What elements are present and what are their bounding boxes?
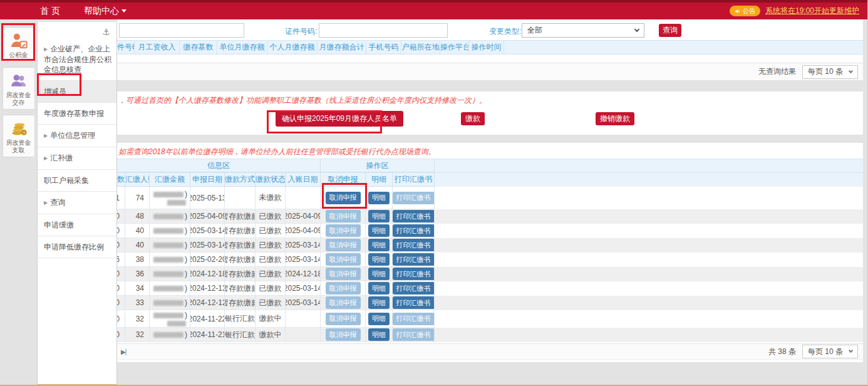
id-number-input[interactable]	[319, 23, 448, 38]
print-remittance-button[interactable]: 打印汇缴书	[393, 253, 435, 266]
submenu-item[interactable]: ▶单位信息管理	[38, 125, 116, 147]
cancel-declare-button[interactable]: 取消申报	[326, 313, 361, 325]
count-cell: 0	[117, 224, 125, 238]
cancel-declare-button[interactable]: 取消申报	[326, 296, 361, 309]
print-remittance-button[interactable]: 打印汇缴书	[393, 328, 435, 341]
submenu-item[interactable]: 增减员	[38, 81, 116, 103]
people-count-cell: 48	[125, 209, 150, 224]
submenu-item[interactable]: 申请缓缴	[38, 214, 116, 236]
pay-button[interactable]: 缴款	[461, 112, 485, 125]
sidebar-item-gongjijin[interactable]: 公积金	[3, 27, 35, 62]
nav-help-center[interactable]: 帮助中心	[84, 6, 127, 17]
print-cell: 打印汇缴书	[393, 224, 435, 238]
announcement-badge: 公告	[730, 6, 760, 16]
masked-amount: )	[153, 311, 187, 326]
pay-method-cell: 暂存款缴款	[225, 253, 256, 267]
table-page-size-select[interactable]: 每页 10 条	[802, 345, 858, 358]
print-remittance-button[interactable]: 打印汇缴书	[393, 224, 435, 237]
cancel-declare-button[interactable]: 取消申报	[326, 224, 361, 237]
cancel-declare-button[interactable]: 取消申报	[326, 239, 361, 251]
entry-date-cell	[286, 187, 321, 209]
masked-amount-line: )	[153, 284, 187, 293]
base-adjust-notice: ，可通过首页的【个人缴存基数修改】功能调整职工缴存基数（线上渠道住房公积金年度内…	[117, 91, 863, 106]
detail-cell: 明细	[366, 224, 393, 238]
speaker-icon	[735, 8, 741, 14]
cancel-declare-button[interactable]: 取消申报	[326, 268, 361, 280]
sidebar-item-fanggai-zhiqu[interactable]: ?房改资金支取	[3, 115, 35, 157]
submenu-item[interactable]: ▶汇补缴	[38, 147, 116, 170]
masked-amount-line: )	[153, 241, 187, 249]
detail-button[interactable]: 明细	[368, 253, 390, 266]
amount-cell: )	[150, 224, 190, 238]
submenu-item[interactable]: 年度缴存基数申报	[38, 103, 116, 125]
declare-date-cell: 2024-12-13	[190, 281, 225, 296]
table-header-row: 数汇缴人数汇缴金额申报日期缴款方式缴款状态入账日期取消申报明细打印汇缴书	[117, 172, 863, 187]
amount-cell: )	[150, 296, 190, 310]
history-query-notice: 如需查询2018年以前单位缴存明细，请单位经办人前往任意管理部或受托银行代办点现…	[117, 143, 863, 157]
total-count-text: 共 38 条	[768, 347, 796, 357]
cancel-declare-button[interactable]: 取消申报	[326, 253, 361, 266]
entry-date-cell: 2025-03-14	[286, 296, 321, 310]
detail-button[interactable]: 明细	[368, 328, 390, 341]
change-type-select[interactable]: 全部	[522, 23, 644, 38]
amount-suffix: )	[185, 298, 187, 307]
print-cell: 打印汇缴书	[393, 209, 435, 224]
change-type-label: 变更类型:	[489, 26, 521, 37]
submenu-item[interactable]: ▶企业破产、企业上市合法合规住房公积金信息核查	[38, 38, 116, 81]
pay-status-cell: 已缴款	[256, 267, 286, 281]
system-maintenance-link[interactable]: 系统将在19:00开始更新维护	[765, 6, 859, 16]
group-header-info: 信息区	[117, 159, 321, 172]
print-remittance-button[interactable]: 打印汇缴书	[393, 268, 435, 280]
upper-grid-column-header: 缴存基数	[180, 41, 217, 54]
remittance-table: 信息区操作区数汇缴人数汇缴金额申报日期缴款方式缴款状态入账日期取消申报明细打印汇…	[117, 159, 863, 342]
submenu-item[interactable]: ▶查询	[38, 192, 116, 214]
cancel-declare-button[interactable]: 取消申报	[326, 192, 361, 204]
print-remittance-button[interactable]: 打印汇缴书	[393, 239, 435, 251]
detail-button[interactable]: 明细	[368, 210, 390, 222]
count-cell: 0	[117, 209, 125, 224]
anchor-icon[interactable]: ⚓	[38, 22, 116, 38]
cancel-declare-button[interactable]: 取消申报	[326, 328, 361, 341]
detail-button[interactable]: 明细	[368, 192, 390, 204]
detail-button[interactable]: 明细	[368, 239, 390, 251]
count-cell: 0	[117, 310, 125, 328]
print-remittance-button[interactable]: 打印汇缴书	[393, 192, 435, 204]
row-filler	[435, 187, 863, 209]
svg-text:?: ?	[23, 130, 25, 135]
masked-amount-line: )	[153, 255, 187, 264]
upper-grid-column-header: 单位月缴存额	[217, 41, 267, 54]
sidebar-item-fanggai-jiaocun[interactable]: 房改资金交存	[3, 67, 35, 110]
revoke-pay-button[interactable]: 撤销缴款	[596, 112, 634, 125]
detail-button[interactable]: 明细	[368, 313, 390, 325]
upper-page-size-select[interactable]: 每页 10 条	[802, 65, 858, 79]
nav-home[interactable]: 首 页	[40, 6, 60, 17]
amount-cell: )	[150, 328, 190, 342]
detail-button[interactable]: 明细	[368, 282, 390, 295]
cancel-declare-cell: 取消申报	[321, 328, 366, 342]
amount-suffix: )	[185, 269, 187, 278]
detail-button[interactable]: 明细	[368, 268, 390, 280]
query-panel: 证件号码: 变更类型: 全部 查询 件号码月工资收入缴存基数单位月缴存额个人月缴…	[117, 19, 863, 80]
print-remittance-button[interactable]: 打印汇缴书	[393, 282, 435, 295]
redaction-blur	[153, 332, 183, 338]
print-remittance-button[interactable]: 打印汇缴书	[393, 210, 435, 222]
search-button[interactable]: 查询	[659, 24, 681, 37]
confirm-declare-button[interactable]: 确认申报2025年09月缴存人员名单	[276, 111, 403, 127]
submenu-item[interactable]: 申请降低缴存比例	[38, 236, 116, 258]
redaction-blur	[153, 214, 183, 219]
cancel-declare-cell: 取消申报	[321, 224, 366, 238]
submenu-item[interactable]: 职工户籍采集	[38, 170, 116, 192]
print-remittance-button[interactable]: 打印汇缴书	[393, 296, 435, 309]
unit-search-input[interactable]	[119, 23, 244, 38]
announcement-badge-label: 公告	[743, 7, 755, 16]
cancel-declare-button[interactable]: 取消申报	[326, 282, 361, 295]
print-remittance-button[interactable]: 打印汇缴书	[393, 313, 435, 325]
detail-button[interactable]: 明细	[368, 224, 390, 237]
count-cell: 0	[117, 296, 125, 310]
pager-last-icon[interactable]: ▶|	[121, 348, 126, 355]
entry-date-cell: 2025-04-09	[286, 224, 321, 238]
cancel-declare-button[interactable]: 取消申报	[326, 210, 361, 222]
submenu-item-label: 增减员	[44, 87, 66, 96]
detail-button[interactable]: 明细	[368, 296, 390, 309]
no-results-text: 无查询结果	[758, 66, 796, 77]
